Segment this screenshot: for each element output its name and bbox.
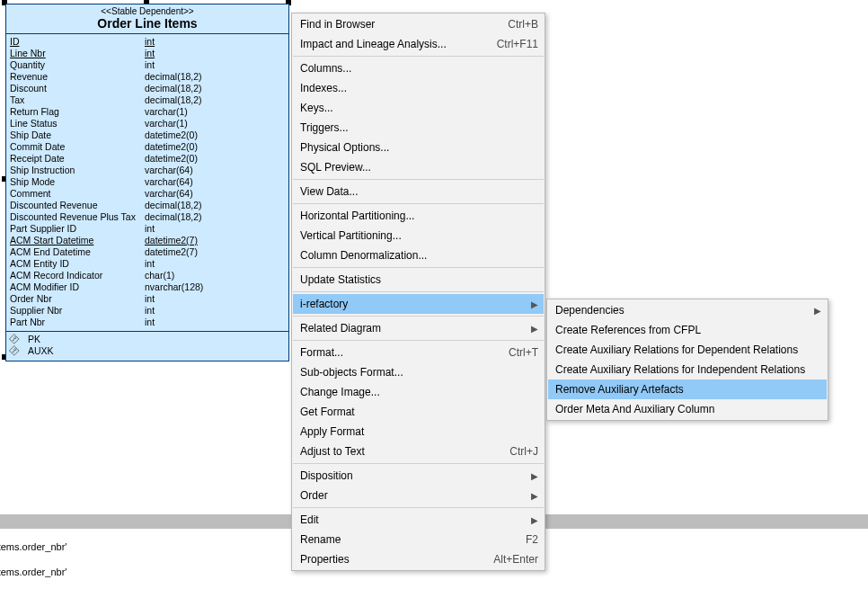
menu-separator [293, 291, 544, 292]
column-row[interactable]: ACM Start Datetimedatetime2(7) [10, 235, 285, 246]
submenu-item[interactable]: Create Auxiliary Relations for Dependent… [548, 340, 827, 360]
menu-item-label: SQL Preview... [300, 161, 538, 174]
column-row[interactable]: Discounted Revenue Plus Taxdecimal(18,2) [10, 211, 285, 223]
column-row[interactable]: Ship Datedatetime2(0) [10, 129, 285, 141]
column-name: Discounted Revenue [10, 200, 145, 211]
menu-item[interactable]: Columns... [293, 58, 544, 78]
submenu-item[interactable]: Order Meta And Auxiliary Column [548, 399, 827, 419]
column-type: decimal(18,2) [145, 94, 218, 106]
column-name: Order Nbr [10, 293, 145, 305]
column-type: int [145, 59, 218, 71]
key-row[interactable]: ⚿AUXK [10, 345, 285, 357]
column-row[interactable]: ACM Modifier IDnvarchar(128) [10, 281, 285, 293]
column-type: int [145, 36, 218, 48]
menu-item[interactable]: Related Diagram▶ [293, 318, 544, 338]
menu-item[interactable]: View Data... [293, 182, 544, 201]
column-row[interactable]: Commentvarchar(64) [10, 188, 285, 200]
context-menu[interactable]: Find in BrowserCtrl+BImpact and Lineage … [291, 13, 545, 571]
column-row[interactable]: IDint [10, 36, 285, 48]
menu-item[interactable]: Apply Format [293, 422, 544, 442]
column-row[interactable]: Ship Instructionvarchar(64) [10, 165, 285, 176]
submenu-arrow-icon: ▶ [531, 299, 538, 309]
column-name: Ship Instruction [10, 165, 145, 176]
key-name: AUXK [28, 345, 58, 357]
column-row[interactable]: Revenuedecimal(18,2) [10, 71, 285, 83]
submenu-item-label: Remove Auxiliary Artefacts [555, 383, 821, 396]
menu-item-label: Rename [300, 533, 526, 546]
menu-item[interactable]: Horizontal Partitioning... [293, 206, 544, 226]
column-row[interactable]: Line Nbrint [10, 48, 285, 59]
entity-order-line-items[interactable]: <<Stable Dependent>> Order Line Items ID… [5, 4, 289, 361]
menu-item-shortcut: Ctrl+T [509, 346, 538, 359]
key-row[interactable]: ⚿PK [10, 334, 285, 345]
column-row[interactable]: Commit Datedatetime2(0) [10, 141, 285, 153]
column-type: char(1) [145, 270, 218, 281]
menu-item[interactable]: Adjust to TextCtrl+J [293, 442, 544, 461]
submenu-item[interactable]: Dependencies▶ [548, 300, 827, 320]
menu-item[interactable]: Sub-objects Format... [293, 362, 544, 382]
submenu-item[interactable]: Create Auxiliary Relations for Independe… [548, 360, 827, 379]
column-type: datetime2(7) [145, 235, 218, 246]
column-name: Revenue [10, 71, 145, 83]
menu-item[interactable]: Edit▶ [293, 510, 544, 530]
menu-item-label: Find in Browser [300, 18, 508, 31]
column-row[interactable]: Line Statusvarchar(1) [10, 118, 285, 129]
menu-item[interactable]: Impact and Lineage Analysis...Ctrl+F11 [293, 34, 544, 54]
column-row[interactable]: Discounted Revenuedecimal(18,2) [10, 200, 285, 211]
column-row[interactable]: ACM Record Indicatorchar(1) [10, 270, 285, 281]
menu-separator [293, 203, 544, 204]
menu-item[interactable]: Update Statistics [293, 270, 544, 290]
irefactory-submenu[interactable]: Dependencies▶Create References from CFPL… [546, 299, 828, 421]
column-row[interactable]: Supplier Nbrint [10, 305, 285, 317]
menu-item[interactable]: Change Image... [293, 382, 544, 402]
column-row[interactable]: Order Nbrint [10, 293, 285, 305]
menu-item-label: Columns... [300, 62, 538, 75]
menu-item[interactable]: Column Denormalization... [293, 245, 544, 265]
menu-item-label: Column Denormalization... [300, 249, 538, 262]
menu-item-label: Physical Options... [300, 141, 538, 154]
submenu-item-label: Create References from CFPL [555, 324, 821, 336]
menu-item-shortcut: Ctrl+J [509, 445, 538, 458]
menu-item-label: Properties [300, 553, 493, 566]
menu-item[interactable]: Physical Options... [293, 138, 544, 157]
column-row[interactable]: Receipt Datedatetime2(0) [10, 153, 285, 165]
menu-item[interactable]: Format...Ctrl+T [293, 343, 544, 362]
column-name: ID [10, 36, 145, 48]
column-type: varchar(64) [145, 188, 218, 200]
column-type: varchar(64) [145, 165, 218, 176]
menu-item-label: Related Diagram [300, 322, 531, 335]
menu-separator [293, 179, 544, 180]
column-row[interactable]: Part Supplier IDint [10, 223, 285, 235]
column-name: Part Supplier ID [10, 223, 145, 235]
menu-item[interactable]: Find in BrowserCtrl+B [293, 14, 544, 34]
menu-item[interactable]: Keys... [293, 98, 544, 118]
menu-item[interactable]: Vertical Partitioning... [293, 226, 544, 245]
menu-item-label: Vertical Partitioning... [300, 229, 538, 242]
column-row[interactable]: ACM End Datetimedatetime2(7) [10, 246, 285, 258]
submenu-arrow-icon: ▶ [531, 324, 538, 334]
menu-item[interactable]: Indexes... [293, 78, 544, 98]
menu-item-shortcut: F2 [526, 533, 538, 546]
menu-item[interactable]: Get Format [293, 402, 544, 422]
submenu-item[interactable]: Create References from CFPL [548, 320, 827, 340]
column-row[interactable]: Taxdecimal(18,2) [10, 94, 285, 106]
entity-columns: IDintLine NbrintQuantityintRevenuedecima… [6, 34, 288, 332]
submenu-item[interactable]: Remove Auxiliary Artefacts [548, 379, 827, 399]
menu-separator [293, 316, 544, 317]
menu-item[interactable]: PropertiesAlt+Enter [293, 549, 544, 569]
column-row[interactable]: Ship Modevarchar(64) [10, 176, 285, 188]
column-row[interactable]: Return Flagvarchar(1) [10, 106, 285, 118]
column-name: ACM Start Datetime [10, 235, 145, 246]
menu-item-label: Triggers... [300, 121, 538, 134]
column-row[interactable]: Part Nbrint [10, 317, 285, 328]
menu-item[interactable]: SQL Preview... [293, 157, 544, 177]
menu-item[interactable]: Disposition▶ [293, 466, 544, 486]
menu-item[interactable]: RenameF2 [293, 530, 544, 549]
column-row[interactable]: ACM Entity IDint [10, 258, 285, 270]
menu-item[interactable]: Order▶ [293, 486, 544, 505]
column-row[interactable]: Quantityint [10, 59, 285, 71]
column-name: Quantity [10, 59, 145, 71]
menu-item[interactable]: Triggers... [293, 118, 544, 138]
menu-item[interactable]: i-refactory▶ [293, 294, 544, 314]
column-row[interactable]: Discountdecimal(18,2) [10, 83, 285, 94]
